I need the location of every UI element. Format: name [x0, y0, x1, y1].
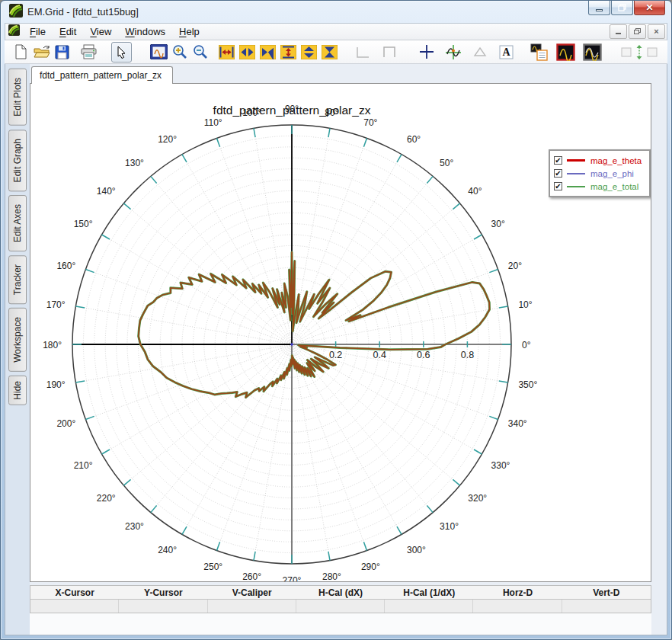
readout-header-h-cal-dx-: H-Cal (dX) — [296, 586, 385, 599]
legend: ✔mag_e_theta✔mag_e_phi✔mag_e_total — [549, 149, 651, 197]
window-title: EM.Grid - [fdtd_tut15bug] — [27, 6, 139, 18]
angle-label-290: 290° — [361, 562, 380, 572]
mdi-minimize-icon — [616, 29, 622, 35]
angle-label-260: 260° — [242, 571, 261, 582]
angle-label-40: 40° — [468, 186, 482, 197]
expand-y-button[interactable] — [278, 42, 299, 62]
angle-label-220: 220° — [97, 493, 116, 504]
triangle-icon — [473, 46, 487, 57]
save-file-icon — [55, 45, 69, 59]
mdi-minimize-button[interactable] — [610, 24, 627, 39]
fit-y-button[interactable] — [319, 42, 340, 62]
sidebar-item-hide[interactable]: Hide — [8, 376, 27, 405]
expand-x-button[interactable] — [216, 42, 237, 62]
menu-windows[interactable]: Windows — [118, 24, 172, 39]
menu-help[interactable]: Help — [172, 24, 206, 39]
angle-label-280: 280° — [322, 571, 341, 582]
angle-label-210: 210° — [74, 460, 93, 471]
plot-properties-button[interactable] — [529, 42, 549, 62]
zoom-out-icon — [193, 44, 208, 59]
angle-label-300: 300° — [407, 545, 426, 555]
pointer-icon — [117, 46, 126, 59]
view-overlay-plots-button[interactable] — [582, 42, 603, 62]
readout-header-v-caliper: V-Caliper — [208, 586, 296, 599]
legend-checkbox-mag_e_total[interactable]: ✔ — [554, 182, 562, 190]
pan-up-down-button[interactable] — [299, 42, 319, 62]
tab-fdtd-pattern-pattern-polar-zx[interactable]: fdtd_pattern_pattern_polar_zx — [31, 66, 173, 84]
restore-icon — [618, 4, 626, 11]
menu-edit[interactable]: Edit — [53, 24, 83, 39]
sidebar-item-tracker[interactable]: Tracker — [8, 255, 27, 304]
text-annotation-icon: A — [499, 45, 514, 59]
legend-row-mag_e_total: ✔mag_e_total — [554, 180, 642, 193]
app-icon — [9, 4, 23, 21]
legend-label: mag_e_theta — [590, 156, 642, 165]
legend-line-sample — [567, 186, 585, 187]
text-annotation-button[interactable]: A — [496, 42, 517, 62]
tracker-button[interactable] — [443, 42, 463, 62]
readout-header-vert-d: Vert-D — [562, 586, 651, 599]
sidebar-item-edit-graph[interactable]: Edit Graph — [8, 130, 27, 191]
sidebar-item-edit-axes[interactable]: Edit Axes — [8, 195, 27, 251]
angle-label-140: 140° — [97, 186, 116, 197]
cursor-readout-bar: X-CursorY-CursorV-CaliperH-Cal (dX)H-Cal… — [30, 585, 651, 613]
readout-value-cell — [562, 600, 651, 613]
legend-row-mag_e_phi: ✔mag_e_phi — [554, 167, 642, 180]
expand-x-icon — [219, 45, 235, 59]
app-window: EM.Grid - [fdtd_tut15bug] ✕ FileEditView… — [0, 0, 672, 640]
legend-checkbox-mag_e_theta[interactable]: ✔ — [554, 156, 562, 165]
menu-view[interactable]: View — [83, 24, 118, 39]
mdi-restore-icon — [634, 28, 642, 35]
document-icon — [8, 24, 20, 39]
readout-value-cell — [208, 600, 296, 613]
legend-row-mag_e_theta: ✔mag_e_theta — [554, 154, 642, 167]
pan-up-down-icon — [301, 45, 317, 59]
zoom-out-button[interactable] — [190, 42, 210, 62]
angle-label-120: 120° — [158, 134, 177, 145]
new-file-icon — [14, 44, 27, 59]
legend-checkbox-mag_e_phi[interactable]: ✔ — [554, 169, 562, 178]
pointer-select-button[interactable] — [111, 42, 132, 62]
angle-label-30: 30° — [491, 219, 505, 229]
side-toolbar: Edit PlotsEdit GraphEdit AxesTrackerWork… — [5, 64, 30, 635]
title-bar[interactable]: EM.Grid - [fdtd_tut15bug] ✕ — [5, 1, 667, 23]
angle-label-230: 230° — [125, 521, 144, 532]
save-file-button[interactable] — [52, 42, 72, 62]
readout-value-cell — [385, 600, 473, 613]
sidebar-item-workspace[interactable]: Workspace — [8, 308, 27, 372]
zoom-window-button[interactable] — [149, 42, 169, 62]
zoom-in-icon — [172, 44, 187, 59]
restore-button[interactable] — [611, 1, 633, 15]
new-file-button[interactable] — [11, 42, 31, 62]
view-single-plot-button[interactable] — [555, 42, 576, 62]
angle-label-190: 190° — [46, 379, 66, 390]
fit-x-button[interactable] — [258, 42, 278, 62]
pan-left-right-button[interactable] — [237, 42, 258, 62]
mdi-close-button[interactable]: × — [648, 24, 665, 39]
readout-header-h-cal-1-dx-: H-Cal (1/dX) — [385, 586, 473, 599]
zoom-in-button[interactable] — [169, 42, 190, 62]
close-button[interactable]: ✕ — [634, 1, 665, 15]
sidebar-item-edit-plots[interactable]: Edit Plots — [8, 69, 27, 126]
fit-x-icon — [260, 45, 276, 59]
plot-panel[interactable]: 0°10°20°30°40°50°60°70°80°90°100°110°120… — [30, 83, 651, 582]
radial-label-0.2: 0.2 — [329, 350, 342, 360]
fit-vertical-button — [619, 42, 659, 62]
menu-file[interactable]: File — [23, 24, 53, 39]
close-icon: ✕ — [645, 3, 653, 12]
mdi-restore-button[interactable] — [629, 24, 646, 39]
readout-header-y-cursor: Y-Cursor — [119, 586, 207, 599]
open-file-button[interactable] — [31, 42, 52, 62]
fit-y-icon — [322, 45, 338, 59]
angle-label-130: 130° — [125, 158, 144, 168]
print-button[interactable] — [78, 42, 99, 62]
angle-label-330: 330° — [491, 460, 510, 471]
angle-label-350: 350° — [518, 379, 537, 390]
readout-header-horz-d: Horz-D — [473, 586, 562, 599]
crosshair-button[interactable] — [416, 42, 437, 62]
angle-label-320: 320° — [468, 493, 487, 504]
crosshair-icon — [419, 44, 434, 59]
minimize-button[interactable] — [588, 1, 610, 15]
axes-box-icon — [382, 46, 396, 59]
angle-label-270: 270° — [283, 575, 302, 582]
